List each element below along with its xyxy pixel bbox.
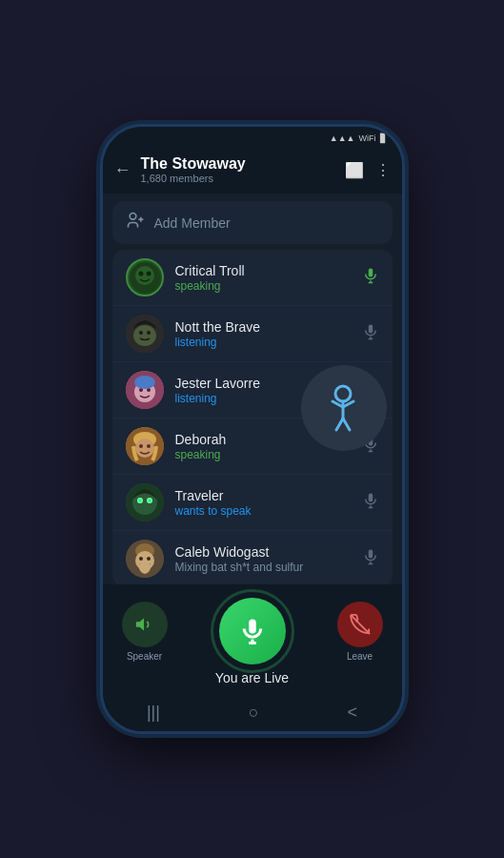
svg-point-13 bbox=[147, 331, 151, 335]
status-bar: ▲▲▲ WiFi ▊ bbox=[103, 127, 402, 150]
mic-inactive-icon bbox=[362, 492, 379, 513]
svg-point-4 bbox=[135, 266, 154, 285]
member-name: Caleb Widogast bbox=[175, 544, 351, 560]
mic-inactive-icon bbox=[362, 323, 379, 344]
member-info: Critical Troll speaking bbox=[175, 263, 351, 293]
member-count: 1,680 members bbox=[141, 173, 335, 184]
svg-rect-7 bbox=[368, 269, 373, 277]
svg-point-29 bbox=[147, 444, 151, 448]
svg-point-28 bbox=[139, 444, 143, 448]
speaker-button[interactable]: Speaker bbox=[122, 602, 168, 662]
avatar bbox=[126, 540, 164, 578]
member-info: Caleb Widogast Mixing bat sh*t and sulfu… bbox=[175, 544, 351, 574]
svg-point-12 bbox=[139, 331, 143, 335]
channel-title: The Stowaway bbox=[141, 155, 335, 173]
phone-frame: ▲▲▲ WiFi ▊ ← The Stowaway 1,680 members … bbox=[100, 124, 405, 734]
svg-point-11 bbox=[133, 325, 156, 346]
member-item: Traveler wants to speak bbox=[112, 475, 393, 531]
svg-rect-39 bbox=[368, 494, 373, 502]
member-item: Nott the Brave listening bbox=[112, 306, 393, 362]
phone-screen: ▲▲▲ WiFi ▊ ← The Stowaway 1,680 members … bbox=[103, 127, 402, 731]
content-area: Add Member bbox=[103, 194, 402, 584]
home-button[interactable]: ○ bbox=[249, 703, 259, 723]
wifi-icon: WiFi bbox=[359, 133, 376, 143]
floating-avatar-overlay bbox=[301, 365, 387, 451]
add-member-button[interactable]: Add Member bbox=[112, 201, 393, 244]
member-status: listening bbox=[175, 336, 351, 349]
avatar bbox=[126, 258, 164, 296]
member-status: speaking bbox=[175, 448, 351, 461]
member-name: Nott the Brave bbox=[175, 319, 351, 335]
svg-point-27 bbox=[135, 439, 154, 458]
avatar bbox=[126, 315, 164, 353]
mic-inactive-icon bbox=[362, 548, 379, 569]
mic-active-icon bbox=[362, 267, 379, 288]
avatar bbox=[126, 371, 164, 409]
main-mic-button[interactable] bbox=[219, 598, 286, 664]
member-status: Mixing bat sh*t and sulfur bbox=[175, 561, 351, 574]
back-nav-button[interactable]: < bbox=[348, 703, 358, 723]
header-actions: ⬜ ⋮ bbox=[345, 161, 391, 179]
svg-rect-47 bbox=[368, 550, 373, 559]
bottom-controls: Speaker bbox=[103, 584, 402, 697]
svg-point-45 bbox=[139, 557, 143, 561]
signal-icon: ▲▲▲ bbox=[330, 133, 355, 143]
add-person-icon bbox=[126, 211, 145, 235]
svg-point-38 bbox=[148, 500, 151, 502]
member-item: Caleb Widogast Mixing bat sh*t and sulfu… bbox=[112, 531, 393, 584]
leave-circle bbox=[337, 602, 383, 647]
more-options-icon[interactable]: ⋮ bbox=[375, 161, 391, 179]
speaker-label: Speaker bbox=[127, 651, 162, 662]
svg-point-6 bbox=[146, 272, 151, 276]
avatar bbox=[126, 427, 164, 465]
bottom-nav: ||| ○ < bbox=[103, 697, 402, 731]
svg-marker-51 bbox=[135, 618, 143, 630]
svg-rect-14 bbox=[368, 325, 373, 334]
member-status: speaking bbox=[175, 279, 351, 293]
leave-label: Leave bbox=[347, 651, 373, 662]
member-status: wants to speak bbox=[175, 504, 351, 518]
member-item: Critical Troll speaking bbox=[112, 250, 393, 306]
svg-rect-52 bbox=[249, 620, 256, 634]
header-info: The Stowaway 1,680 members bbox=[141, 155, 335, 184]
leave-button[interactable]: Leave bbox=[337, 602, 383, 662]
svg-point-46 bbox=[147, 557, 151, 561]
member-info: Nott the Brave listening bbox=[175, 319, 351, 349]
svg-point-50 bbox=[335, 386, 351, 401]
status-icons: ▲▲▲ WiFi ▊ bbox=[330, 133, 387, 143]
back-button[interactable]: ← bbox=[114, 160, 131, 180]
avatar bbox=[126, 483, 164, 521]
svg-point-0 bbox=[130, 214, 136, 220]
member-info: Traveler wants to speak bbox=[175, 488, 351, 518]
screen-share-icon[interactable]: ⬜ bbox=[345, 161, 364, 179]
svg-point-5 bbox=[138, 272, 143, 276]
add-member-label: Add Member bbox=[154, 215, 231, 231]
speaker-circle bbox=[122, 602, 168, 647]
svg-point-37 bbox=[138, 500, 141, 502]
header: ← The Stowaway 1,680 members ⬜ ⋮ bbox=[103, 150, 402, 194]
battery-icon: ▊ bbox=[380, 133, 387, 143]
member-name: Traveler bbox=[175, 488, 351, 503]
controls-row: Speaker bbox=[122, 598, 383, 664]
recent-apps-button[interactable]: ||| bbox=[147, 703, 160, 723]
member-name: Critical Troll bbox=[175, 263, 351, 278]
